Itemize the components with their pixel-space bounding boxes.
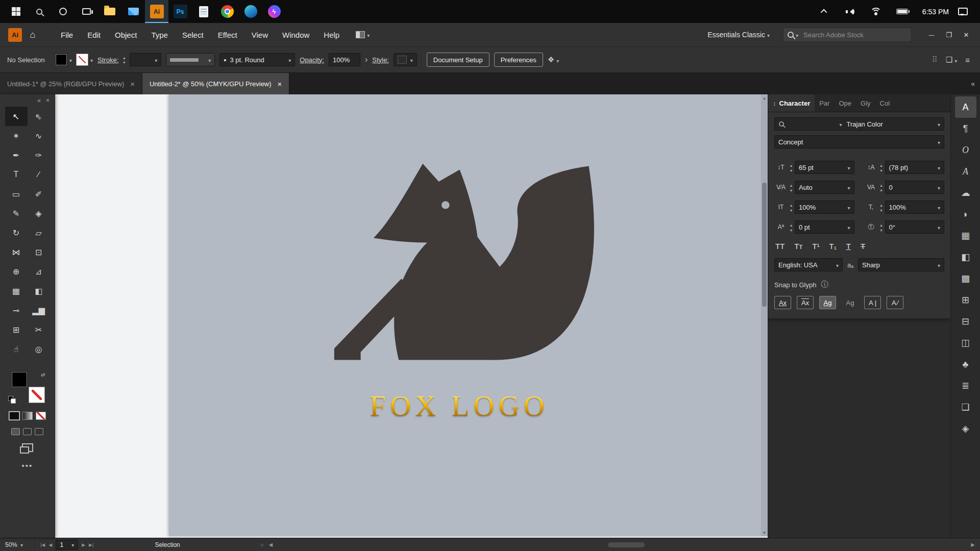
illustrator-app-button[interactable]: Ai (145, 0, 168, 23)
artboard-number-dropdown[interactable]: 1 (56, 540, 78, 550)
next-artboard-icon[interactable] (82, 542, 85, 547)
shaper-tool[interactable]: ◈ (28, 204, 50, 223)
field-value[interactable]: 65 pt (795, 161, 854, 174)
mail-app-button[interactable] (121, 0, 145, 23)
font-style-dropdown[interactable]: Concept (774, 135, 944, 148)
anti-aliasing-dropdown[interactable]: Sharp (858, 258, 944, 271)
grid-dots-icon[interactable]: ⠿ (932, 55, 938, 64)
field-stepper[interactable] (880, 222, 883, 232)
character-panel-icon[interactable]: A (955, 96, 976, 118)
photoshop-app-button[interactable]: Ps (168, 0, 192, 23)
subscript-button[interactable]: T₁ (829, 242, 837, 251)
layers-panel-icon[interactable]: ◈ (955, 418, 976, 439)
stroke-swatch[interactable] (77, 54, 88, 65)
type-tool[interactable]: T (5, 165, 28, 184)
vertical-scrollbar[interactable] (761, 94, 768, 536)
stroke-panel-link[interactable]: Stroke: (97, 56, 118, 64)
tab-untitled-2[interactable]: Untitled-2* @ 50% (CMYK/GPU Preview) (142, 73, 289, 94)
panel-tab-character[interactable]: Character (768, 94, 815, 112)
taskbar-search-button[interactable] (28, 0, 51, 23)
gradient-tool[interactable]: ◧ (28, 281, 50, 300)
line-segment-tool[interactable]: ∕ (28, 165, 50, 184)
menu-edit[interactable]: Edit (80, 23, 108, 46)
previous-artboard-icon[interactable] (48, 542, 52, 547)
libraries-panel-icon[interactable]: ☁ (955, 182, 976, 204)
paintbrush-tool[interactable]: ✐ (28, 184, 50, 204)
logo-text[interactable]: FOX LOGO (169, 389, 749, 422)
adobe-stock-search-input[interactable] (803, 31, 895, 39)
small-caps-button[interactable]: Tᴛ (794, 242, 802, 251)
chrome-app-button[interactable] (215, 0, 239, 23)
info-icon[interactable] (821, 280, 828, 289)
field-value[interactable]: (78 pt) (885, 161, 944, 174)
change-screen-mode-icon[interactable] (22, 443, 33, 452)
underline-button[interactable]: T (846, 242, 851, 251)
field-stepper[interactable] (880, 202, 883, 212)
paragraph-panel-icon[interactable]: ¶ (955, 118, 976, 139)
field-stepper[interactable] (790, 202, 792, 212)
brush-definition-dropdown[interactable]: •3 pt. Round (219, 53, 295, 66)
transform-panel-icon[interactable]: ◫ (955, 332, 976, 354)
rotate-tool[interactable]: ↻ (5, 223, 28, 242)
shape-builder-tool[interactable]: ⊕ (5, 262, 28, 281)
snap-to-glyph-bounds-button[interactable]: Ag (819, 296, 836, 309)
panel-tab-glyphs[interactable]: Gly (856, 94, 875, 112)
messenger-app-button[interactable]: ϟ (262, 0, 286, 23)
close-toolbar-icon[interactable] (46, 97, 50, 104)
free-transform-tool[interactable]: ⊡ (28, 242, 50, 262)
snap-to-baseline-button[interactable]: Ax (774, 296, 791, 309)
field-stepper[interactable] (790, 162, 792, 172)
swatches-panel-icon[interactable]: ▦ (955, 225, 976, 246)
stroke-color-control[interactable] (77, 54, 93, 65)
menu-help[interactable]: Help (316, 23, 347, 46)
task-view-button[interactable] (75, 0, 98, 23)
opacity-panel-link[interactable]: Opacity: (300, 56, 324, 64)
close-window-icon[interactable] (958, 23, 975, 46)
pen-tool[interactable]: ✒ (5, 145, 28, 165)
scroll-up-icon[interactable] (761, 95, 768, 101)
all-caps-button[interactable]: TT (775, 242, 785, 251)
menu-effect[interactable]: Effect (211, 23, 244, 46)
menu-select[interactable]: Select (175, 23, 211, 46)
graphic-style-dropdown[interactable] (394, 53, 417, 66)
slice-tool[interactable]: ✂ (28, 320, 50, 339)
stroke-weight-dropdown[interactable] (130, 53, 161, 66)
artboard[interactable]: FOX LOGO (169, 94, 768, 536)
last-artboard-icon[interactable] (89, 542, 93, 547)
scroll-down-icon[interactable] (761, 530, 768, 535)
draw-behind-button[interactable] (23, 428, 32, 435)
edge-app-button[interactable] (239, 0, 262, 23)
panel-tab-paragraph[interactable]: Par (815, 94, 834, 112)
field-stepper[interactable] (880, 162, 883, 172)
fill-chip[interactable] (12, 372, 27, 387)
tab-untitled-1[interactable]: Untitled-1* @ 25% (RGB/GPU Preview) (0, 73, 142, 94)
glyphs-panel-icon[interactable]: A (955, 161, 976, 182)
hand-tool[interactable]: ☝ (5, 339, 28, 359)
none-button[interactable] (36, 412, 46, 420)
stroke-weight-stepper[interactable] (123, 55, 125, 64)
gradient-panel-icon[interactable]: ◗ (955, 204, 976, 225)
home-icon[interactable]: ⌂ (25, 27, 40, 42)
menu-object[interactable]: Object (108, 23, 144, 46)
style-panel-link[interactable]: Style: (372, 56, 389, 64)
default-colors-icon[interactable] (9, 396, 17, 404)
preferences-button[interactable]: Preferences (494, 53, 543, 67)
field-value[interactable]: 0 pt (795, 220, 854, 234)
field-stepper[interactable] (790, 182, 792, 192)
snap-angular-guides-button[interactable]: A (864, 296, 881, 309)
close-tab-icon[interactable] (278, 80, 282, 88)
stroke-chip[interactable] (29, 387, 44, 403)
select-similar-icon[interactable]: ❖ (548, 55, 559, 64)
pencil-tool[interactable]: ✎ (5, 204, 28, 223)
field-value[interactable]: Auto (795, 181, 854, 194)
rectangle-tool[interactable]: ▭ (5, 184, 28, 204)
file-explorer-button[interactable] (98, 0, 121, 23)
color-panel-icon[interactable]: ◧ (955, 246, 976, 268)
superscript-button[interactable]: T¹ (812, 242, 819, 251)
perspective-grid-tool[interactable]: ⊿ (28, 262, 50, 281)
menu-view[interactable]: View (244, 23, 275, 46)
align-panel-icon[interactable]: ⊞ (955, 289, 976, 311)
volume-button[interactable] (839, 0, 862, 23)
field-value[interactable]: 0° (885, 220, 944, 234)
field-value[interactable]: 100% (795, 201, 854, 214)
